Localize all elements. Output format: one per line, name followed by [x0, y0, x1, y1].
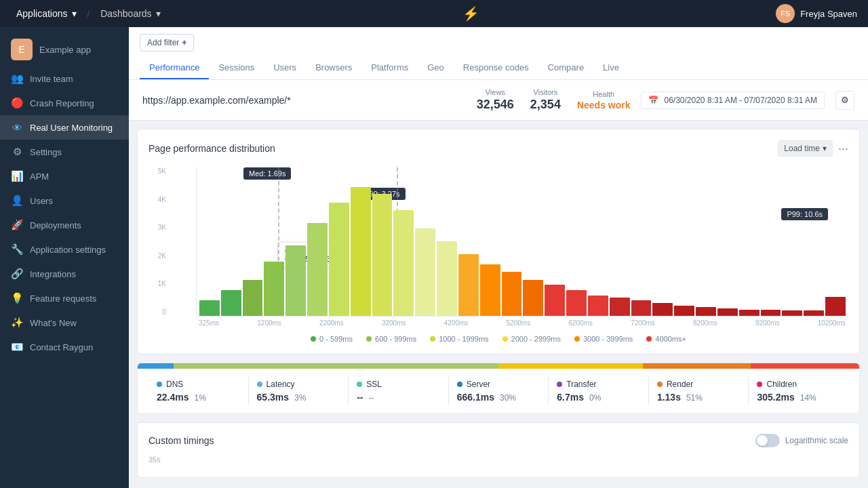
apm-icon: 📊 [11, 170, 23, 182]
sidebar-item-contact[interactable]: 📧 Contact Raygun [0, 335, 129, 359]
dropdown-arrow: ▾ [823, 144, 827, 153]
histogram-bar-22[interactable] [674, 306, 694, 316]
sidebar-item-integrations[interactable]: 🔗 Integrations [0, 262, 129, 286]
histogram-bar-9[interactable] [393, 210, 414, 316]
histogram-bar-12[interactable] [458, 254, 479, 316]
histogram-bar-7[interactable] [351, 187, 371, 316]
new-icon: ✨ [11, 317, 23, 329]
histogram-bar-11[interactable] [437, 241, 457, 316]
legend-dot [311, 336, 316, 342]
x-label-3200: 3200ms [382, 319, 406, 327]
server-metric: Server 666.1ms 30% [449, 377, 549, 405]
sidebar-item-label: Users [30, 196, 53, 206]
legend-dot [646, 336, 652, 342]
histogram-bar-0[interactable] [199, 300, 220, 316]
sidebar-item-apm[interactable]: 📊 APM [0, 164, 129, 188]
histogram-bar-4[interactable] [285, 245, 306, 317]
histogram-bar-24[interactable] [717, 308, 738, 316]
sidebar-item-deployments[interactable]: 🚀 Deployments [0, 213, 129, 237]
x-label-2200: 2200ms [319, 319, 344, 327]
custom-chart-y-label: 35s [149, 455, 848, 464]
histogram-bar-15[interactable] [523, 280, 543, 316]
sidebar-item-whats-new[interactable]: ✨ What's New [0, 310, 129, 335]
histogram-bar-29[interactable] [825, 297, 846, 317]
user-name: Freyja Spaven [800, 9, 857, 19]
user-menu[interactable]: FS Freyja Spaven [776, 4, 857, 23]
children-dot [757, 382, 762, 387]
histogram-bar-25[interactable] [739, 310, 760, 317]
tab-response-codes[interactable]: Response codes [454, 57, 538, 79]
sidebar-item-example-app[interactable]: E Example app [0, 33, 129, 66]
histogram-bar-18[interactable] [588, 296, 608, 316]
sidebar-item-label: Example app [39, 45, 91, 55]
url-stats: Views 32,546 Visitors 2,354 Health Needs… [477, 88, 631, 112]
dashboards-label: Dashboards [100, 8, 152, 19]
histogram-bar-10[interactable] [415, 228, 435, 316]
legend-item-2000-2999: 2000 - 2999ms [502, 335, 561, 343]
url-display: https://app.example.com/example/* [142, 95, 291, 106]
sidebar-item-application-settings[interactable]: 🔧 Application settings [0, 237, 129, 262]
tab-browsers[interactable]: Browsers [306, 57, 361, 79]
sidebar-item-users[interactable]: 👤 Users [0, 188, 129, 213]
histogram-bar-5[interactable] [307, 223, 328, 316]
log-scale-toggle[interactable] [755, 434, 780, 447]
tab-platforms[interactable]: Platforms [361, 57, 418, 79]
dns-dot [157, 382, 162, 387]
more-options-button[interactable]: ··· [838, 142, 848, 156]
histogram-bar-28[interactable] [804, 310, 824, 316]
render-name: Render [667, 380, 693, 389]
legend-item-600-999: 600 - 999ms [366, 335, 416, 343]
tab-users[interactable]: Users [264, 57, 306, 79]
histogram-bar-16[interactable] [545, 285, 565, 316]
histogram-bar-2[interactable] [243, 280, 263, 316]
histogram-bar-6[interactable] [329, 203, 349, 316]
legend-dot [574, 336, 580, 342]
load-time-selector[interactable]: Load time ▾ [778, 140, 833, 157]
histogram-bar-3[interactable] [264, 262, 284, 316]
legend-dot [366, 336, 372, 342]
settings-button[interactable]: ⚙ [835, 91, 854, 110]
sidebar-item-rum[interactable]: 👁 Real User Monitoring [0, 115, 129, 140]
tab-sessions[interactable]: Sessions [209, 57, 264, 79]
chevron-down-icon-2: ▾ [156, 8, 161, 19]
settings-gear-icon: ⚙ [841, 95, 849, 105]
render-metric: Render 1.13s 51% [649, 377, 749, 405]
histogram-bar-19[interactable] [610, 298, 630, 316]
legend-dot [502, 336, 508, 342]
tab-performance[interactable]: Performance [140, 57, 209, 79]
views-value: 32,546 [477, 98, 514, 112]
sidebar-item-invite-team[interactable]: 👥 Invite team [0, 66, 129, 91]
children-time: 305.2ms [757, 392, 794, 403]
histogram-bar-14[interactable] [502, 272, 522, 316]
tab-live[interactable]: Live [593, 57, 629, 79]
histogram-bar-8[interactable] [372, 194, 393, 317]
histogram-bar-23[interactable] [696, 307, 716, 316]
sidebar-item-crash-reporting[interactable]: 🔴 Crash Reporting [0, 91, 129, 115]
toggle-knob [757, 435, 768, 446]
sidebar-item-settings[interactable]: ⚙ Settings [0, 140, 129, 164]
latency-name: Latency [267, 380, 295, 389]
histogram-bar-13[interactable] [480, 264, 500, 316]
x-label-5200: 5200ms [507, 319, 531, 327]
tab-geo[interactable]: Geo [418, 57, 454, 79]
children-pct: 14% [800, 393, 816, 403]
latency-pct: 3% [294, 393, 306, 403]
date-filter-button[interactable]: 📅 06/30/2020 8:31 AM - 07/07/2020 8:31 A… [641, 92, 825, 109]
histogram-bar-20[interactable] [631, 300, 652, 316]
dashboards-menu[interactable]: Dashboards ▾ [95, 5, 166, 22]
sidebar-item-feature-requests[interactable]: 💡 Feature requests [0, 286, 129, 310]
histogram-bar-1[interactable] [221, 290, 241, 316]
legend-label: 4000ms+ [655, 335, 686, 343]
histogram-bar-26[interactable] [761, 310, 781, 317]
integrations-icon: 🔗 [11, 268, 23, 280]
histogram-bar-27[interactable] [782, 310, 802, 316]
add-filter-button[interactable]: Add filter + [140, 34, 194, 52]
users-icon: 👤 [11, 195, 23, 207]
applications-menu[interactable]: Applications ▾ [11, 5, 82, 22]
dns-pct: 1% [194, 393, 205, 403]
histogram-bar-21[interactable] [652, 303, 673, 316]
histogram-bar-17[interactable] [566, 290, 587, 316]
histogram-bars [196, 167, 848, 317]
perf-metrics-row: DNS 22.4ms 1% Latency 65.3ms 3% [138, 369, 859, 413]
tab-compare[interactable]: Compare [538, 57, 593, 79]
